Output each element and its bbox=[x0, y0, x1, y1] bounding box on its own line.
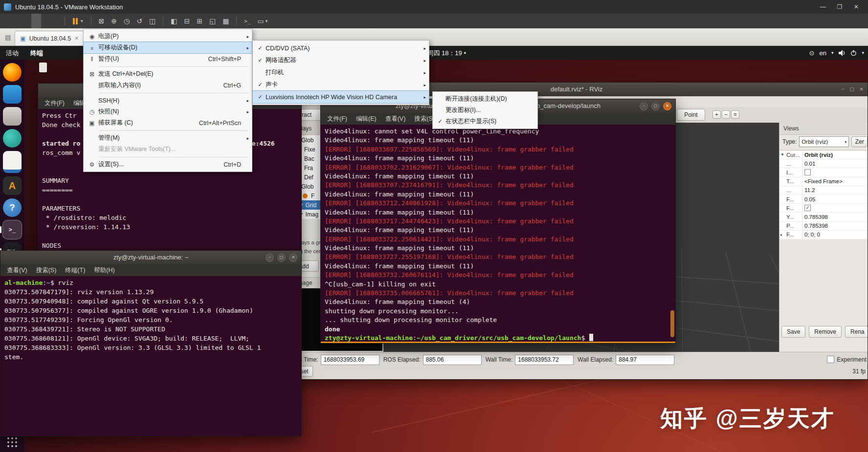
close-button[interactable]: ✕ bbox=[848, 0, 864, 14]
vm-menu-item[interactable]: ◷ 快照(N) ▸ bbox=[84, 106, 252, 117]
send-ctrl-alt-del-icon[interactable]: ⊠ bbox=[99, 17, 105, 25]
screen-share-icon[interactable]: ⊙ bbox=[809, 49, 815, 57]
property-value[interactable]: 11.2 bbox=[804, 187, 815, 193]
views-action-button[interactable]: Rena bbox=[845, 326, 868, 338]
view-property-row[interactable]: I... bbox=[779, 168, 868, 177]
property-value[interactable]: 0.01 bbox=[804, 161, 815, 167]
vm-menu-item[interactable]: ◉ 电源(P) ▸ bbox=[84, 31, 252, 42]
toolbar-plus-button[interactable]: + bbox=[712, 110, 721, 119]
fullscreen-icon[interactable]: ◱ bbox=[209, 17, 216, 25]
terminal-app-icon[interactable]: >_ bbox=[3, 220, 22, 239]
menubar-item[interactable] bbox=[22, 14, 31, 28]
revert-snapshot-icon[interactable]: ↺ bbox=[136, 17, 142, 25]
vm-menu-item[interactable] bbox=[84, 91, 252, 95]
menubar-item[interactable] bbox=[41, 14, 51, 28]
menubar-item[interactable] bbox=[51, 14, 61, 28]
show-library-icon[interactable]: ◧ bbox=[171, 17, 177, 25]
view-property-row[interactable]: F... ✓ bbox=[779, 204, 868, 213]
show-thumbnails-icon[interactable]: ⊟ bbox=[184, 17, 190, 25]
toolbar-equal-button[interactable]: = bbox=[731, 110, 739, 119]
vm-menu-item[interactable]: SSH(H) ▸ bbox=[84, 95, 252, 106]
show-applications-icon[interactable] bbox=[6, 436, 18, 448]
tab-list-icon[interactable]: ▤ bbox=[5, 34, 11, 41]
view-property-row[interactable]: Y... 0.785398 bbox=[779, 213, 868, 221]
property-value[interactable]: 0.785398 bbox=[804, 214, 828, 220]
input-language-indicator[interactable]: en bbox=[819, 49, 826, 57]
terminal-close-icon[interactable]: ✕ bbox=[289, 254, 297, 262]
vm-menu-item[interactable]: ⊠ 发送 Ctrl+Alt+Del(E) bbox=[84, 68, 252, 80]
unity-mode-icon[interactable]: ▦ bbox=[223, 17, 229, 25]
camera-menu-item[interactable]: 更改图标(I)... bbox=[433, 105, 537, 116]
menubar-item[interactable] bbox=[31, 14, 41, 28]
vm-menu-item[interactable] bbox=[84, 129, 252, 132]
property-value[interactable]: 0; 0; 0 bbox=[804, 232, 820, 237]
property-checkbox[interactable]: ✓ bbox=[804, 205, 811, 211]
removable-device-item[interactable]: ✓ 声卡 ▸ bbox=[253, 79, 429, 91]
removable-device-item[interactable]: ✓ CD/DVD (SATA) ▸ bbox=[253, 42, 429, 54]
focused-app-menu[interactable]: 终端 bbox=[30, 49, 43, 58]
property-value[interactable]: Orbit (rviz) bbox=[804, 152, 833, 158]
terminal-menu-item[interactable]: 文件(F) bbox=[40, 99, 69, 108]
maximize-button[interactable]: ❐ bbox=[832, 0, 847, 14]
terminal-close-icon[interactable]: ✕ bbox=[663, 102, 671, 110]
vm-menu-item[interactable]: 重新安装 VMware Tools(T)... bbox=[84, 144, 252, 155]
rviz-minimize-icon[interactable]: − bbox=[842, 86, 845, 92]
vm-menu-item[interactable]: ‖ 暂停(U) Ctrl+Shift+P bbox=[84, 53, 252, 65]
terminal-menu-item[interactable]: 文件(F) bbox=[323, 115, 352, 123]
power-icon[interactable] bbox=[850, 50, 857, 56]
rviz-close-icon[interactable]: ✕ bbox=[860, 86, 864, 92]
terminal-titlebar[interactable]: zty@zty-virtual-machine: ~ − ▢ ✕ bbox=[0, 251, 301, 265]
menubar-item[interactable] bbox=[12, 14, 22, 28]
terminal-menu-item[interactable]: 查看(V) bbox=[2, 266, 32, 275]
terminal-menu-item[interactable]: 搜索(S) bbox=[32, 266, 61, 275]
software-icon[interactable] bbox=[3, 129, 22, 148]
console-view-icon[interactable]: ⊞ bbox=[197, 17, 202, 25]
removable-device-item[interactable]: ✓ Luxvisions Innotech HP Wide Vision HD … bbox=[253, 91, 429, 103]
property-value[interactable]: 0.05 bbox=[804, 196, 815, 202]
view-type-select[interactable]: Orbit (rviz)▾ bbox=[799, 136, 849, 147]
chevron-down-icon[interactable]: ▾ bbox=[266, 19, 268, 23]
view-property-row[interactable]: F... 0.05 bbox=[779, 195, 868, 204]
terminal-maximize-icon[interactable]: ▢ bbox=[651, 102, 660, 110]
vm-menu-item[interactable]: ⌅ 可移动设备(D) ▸ bbox=[84, 42, 252, 53]
property-checkbox[interactable] bbox=[804, 169, 811, 175]
terminal-menu-item[interactable]: 终端(T) bbox=[61, 266, 89, 275]
views-panel-header[interactable]: Views bbox=[779, 123, 868, 135]
vm-menu-item[interactable]: 管理(M) ▸ bbox=[84, 132, 252, 144]
take-snapshot-icon[interactable]: ◷ bbox=[124, 17, 130, 25]
vm-menu-item[interactable] bbox=[84, 155, 252, 159]
vm-menu-item[interactable] bbox=[84, 65, 252, 68]
vm-menu-item[interactable]: 抓取输入内容(I) Ctrl+G bbox=[84, 80, 252, 91]
chevron-down-icon[interactable]: ▾ bbox=[862, 50, 864, 55]
terminal-maximize-icon[interactable]: ▢ bbox=[277, 254, 286, 262]
experimental-checkbox[interactable] bbox=[827, 356, 834, 363]
time-field-value[interactable]: 1688033953.72 bbox=[515, 355, 574, 365]
activities-button[interactable]: 活动 bbox=[6, 49, 19, 58]
view-property-row[interactable]: P... 0.785398 bbox=[779, 222, 868, 231]
view-property-row[interactable]: ... 11.2 bbox=[779, 186, 868, 195]
terminal-minimize-icon[interactable]: − bbox=[640, 102, 648, 110]
vm-tab-close-icon[interactable]: ✕ bbox=[74, 35, 79, 42]
terminal-scrollbar[interactable] bbox=[670, 310, 674, 337]
vm-menu-item[interactable]: ⚙ 设置(S)... Ctrl+D bbox=[84, 159, 252, 170]
virtual-terminal-icon[interactable]: >_ bbox=[244, 18, 250, 24]
writer-icon[interactable] bbox=[3, 151, 22, 173]
camera-menu-item[interactable]: ✓ 在状态栏中显示(S) bbox=[433, 116, 537, 127]
view-property-row[interactable]: ▼ Cur... Orbit (rviz) bbox=[779, 151, 868, 159]
vm-menu-item[interactable]: ▣ 捕获屏幕 (C) Ctrl+Alt+PrtScn bbox=[84, 117, 252, 129]
suspend-button[interactable]: ▾ bbox=[73, 18, 83, 24]
property-expander-icon[interactable]: ▼ bbox=[779, 152, 786, 157]
camera-menu-item[interactable]: 断开连接(连接主机)(D) bbox=[433, 93, 537, 105]
amazon-icon[interactable]: A bbox=[3, 176, 22, 195]
view-property-row[interactable]: T... <Fixed Frame> bbox=[779, 177, 868, 186]
vm-tab[interactable]: ▣ Ubuntu 18.04.5 ✕ bbox=[15, 31, 84, 45]
removable-device-item[interactable]: 打印机 ▸ bbox=[253, 66, 429, 79]
terminal-menu-item[interactable]: 编辑(E) bbox=[352, 115, 381, 123]
menubar-item[interactable] bbox=[2, 14, 12, 28]
fit-guest-icon[interactable]: ▭ bbox=[258, 17, 264, 25]
volume-icon[interactable] bbox=[838, 50, 846, 56]
publish-point-button[interactable]: Point bbox=[677, 109, 705, 121]
view-property-row[interactable]: ... 0.01 bbox=[779, 159, 868, 168]
terminal-menu-item[interactable]: 查看(V) bbox=[381, 115, 410, 123]
help-icon[interactable]: ? bbox=[3, 198, 22, 217]
